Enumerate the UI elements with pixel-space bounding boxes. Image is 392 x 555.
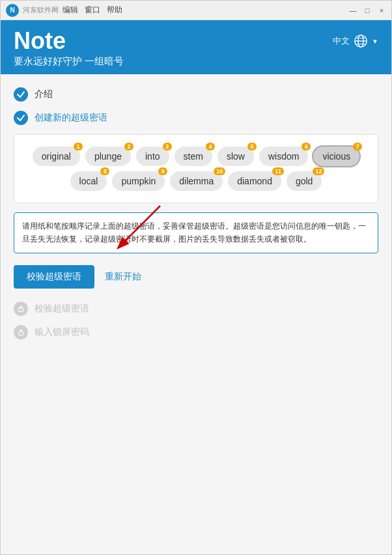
word-num-5: 5 xyxy=(247,143,257,150)
app-logo: N xyxy=(6,4,19,17)
lang-chevron-icon: ▼ xyxy=(372,38,378,45)
title-bar: N 河东软件网 编辑 窗口 帮助 — □ × xyxy=(1,1,391,20)
minimize-button[interactable]: — xyxy=(348,6,357,15)
globe-icon xyxy=(354,34,368,48)
step-create: 创建新的超级密语 xyxy=(14,111,378,125)
word-num-12: 12 xyxy=(313,167,324,175)
step-intro-icon xyxy=(14,87,28,102)
word-vicious: vicious 7 xyxy=(313,147,359,166)
menu-bar[interactable]: 编辑 窗口 帮助 xyxy=(63,5,122,16)
info-text: 请用纸和笔按顺序记录上面的超级密语，妥善保管超级密语。超级密语是您访问信息的唯一… xyxy=(22,221,366,244)
watermark-text: 河东软件网 xyxy=(23,5,59,15)
app-header-top: Note 中文 ▼ xyxy=(14,29,378,53)
menu-help[interactable]: 帮助 xyxy=(107,5,122,16)
word-stem: stem 4 xyxy=(175,147,212,166)
step-verify: 校验超级密语 xyxy=(14,302,378,316)
svg-rect-8 xyxy=(19,332,23,335)
word-num-6: 6 xyxy=(301,143,311,150)
button-row[interactable]: 校验超级密语 重新开始 xyxy=(14,265,378,289)
menu-edit[interactable]: 编辑 xyxy=(63,5,78,16)
menu-window[interactable]: 窗口 xyxy=(85,5,100,16)
app-title: Note xyxy=(14,29,66,53)
word-pumpkin: pumpkin 9 xyxy=(112,171,165,191)
word-num-1: 1 xyxy=(74,143,83,150)
step-lock-icon xyxy=(14,325,28,339)
info-text-box: 请用纸和笔按顺序记录上面的超级密语，妥善保管超级密语。超级密语是您访问信息的唯一… xyxy=(14,212,378,253)
step-lock: 输入锁屏密码 xyxy=(14,325,378,339)
verify-button[interactable]: 校验超级密语 xyxy=(14,265,94,289)
close-button[interactable]: × xyxy=(377,6,386,15)
word-diamond: diamond 11 xyxy=(228,171,281,191)
step-intro: 介绍 xyxy=(14,87,378,102)
word-num-8: 8 xyxy=(100,167,109,175)
word-num-11: 11 xyxy=(272,167,284,175)
step-verify-label: 校验超级密语 xyxy=(35,303,89,315)
lang-switcher[interactable]: 中文 ▼ xyxy=(333,34,378,48)
word-local: local 8 xyxy=(70,171,107,191)
step-create-label: 创建新的超级密语 xyxy=(35,112,107,124)
app-header: Note 中文 ▼ 要永远好好守护 一组暗号 xyxy=(1,20,391,74)
restart-button[interactable]: 重新开始 xyxy=(105,271,141,283)
word-num-3: 3 xyxy=(163,143,172,150)
lang-label: 中文 xyxy=(333,35,350,47)
word-num-7: 7 xyxy=(353,143,362,150)
word-gold: gold 12 xyxy=(287,171,322,191)
step-verify-icon xyxy=(14,302,28,316)
svg-rect-7 xyxy=(19,308,23,311)
main-content: 介绍 创建新的超级密语 original 1 plunge 2 xyxy=(1,74,391,554)
window-controls[interactable]: — □ × xyxy=(348,6,386,15)
word-cloud-grid: original 1 plunge 2 into 3 stem 4 slow xyxy=(25,147,367,191)
word-num-2: 2 xyxy=(124,143,133,150)
step-lock-label: 输入锁屏密码 xyxy=(35,326,89,338)
word-cloud-box: original 1 plunge 2 into 3 stem 4 slow xyxy=(14,134,378,203)
word-num-10: 10 xyxy=(214,167,225,175)
maximize-button[interactable]: □ xyxy=(363,6,372,15)
word-original: original 1 xyxy=(33,147,80,166)
word-dilemma: dilemma 10 xyxy=(170,171,223,191)
word-num-9: 9 xyxy=(158,167,167,175)
word-num-4: 4 xyxy=(206,143,215,150)
word-wisdom: wisdom 6 xyxy=(259,147,308,166)
step-create-icon xyxy=(14,111,28,125)
step-intro-label: 介绍 xyxy=(35,89,53,100)
word-plunge: plunge 2 xyxy=(85,147,131,166)
app-subtitle: 要永远好好守护 一组暗号 xyxy=(14,55,378,68)
word-into: into 3 xyxy=(136,147,169,166)
title-bar-left: N 河东软件网 编辑 窗口 帮助 xyxy=(6,4,122,17)
word-slow: slow 5 xyxy=(217,147,254,166)
